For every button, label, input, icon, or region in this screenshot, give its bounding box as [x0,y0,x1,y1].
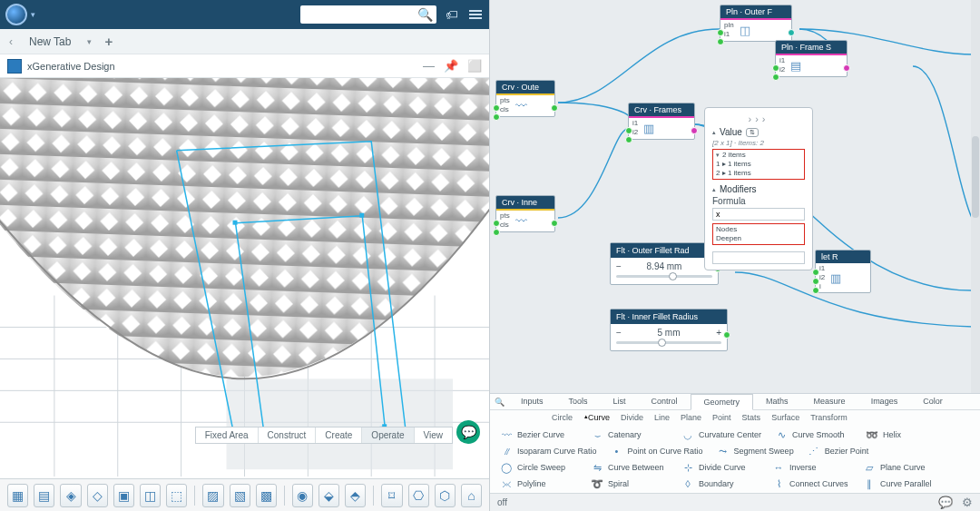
tool-icon-3[interactable]: ◈ [60,484,81,507]
subtab-plane[interactable]: Plane [681,413,701,422]
cmd-connect-curves[interactable]: ⌇Connect Curves [771,477,849,490]
chat-icon[interactable]: 💬 [456,420,480,444]
app-logo-icon[interactable] [5,4,27,25]
cmd-catenary[interactable]: ⌣Catenary [590,428,668,441]
tab-measure[interactable]: Measure [801,394,858,409]
tab-dropdown-icon[interactable]: ▾ [87,37,92,46]
subtab-circle[interactable]: Circle [552,413,573,422]
tool-icon-12[interactable]: ⬙ [318,484,339,507]
tab-inputs[interactable]: Inputs [508,394,556,409]
cmd-spiral[interactable]: ➰Spiral [590,477,668,490]
tab-control[interactable]: Control [639,394,691,409]
tool-icon-9[interactable]: ▧ [230,484,250,507]
ribbon-search-icon[interactable]: 🔍 [490,394,508,409]
tab-operate[interactable]: Operate [362,427,414,443]
cmd-point-on-curve-ratio[interactable]: •Point on Curve Ratio [610,445,703,457]
cmd-circle-sweep[interactable]: ◯Circle Sweep [499,461,577,474]
tool-icon-4[interactable]: ◇ [87,484,108,507]
3d-viewport[interactable]: Fixed Area Construct Create Operate View… [0,78,489,478]
tab-add-button[interactable]: + [104,34,113,49]
slider[interactable] [611,341,727,350]
tab-fixed-area[interactable]: Fixed Area [196,427,259,443]
link-icon[interactable]: ⇅ [746,128,759,137]
chevron-down-icon[interactable]: ▾ [31,10,35,19]
tool-icon-1[interactable]: ▦ [7,484,28,507]
node-crv-frames[interactable]: Crv · Frames i1i2▥ [628,103,695,140]
tab-color[interactable]: Color [910,394,956,409]
subtab-line[interactable]: Line [654,413,670,422]
plus-button[interactable]: + [716,328,721,338]
cmd-polyline[interactable]: ⩙Polyline [499,477,577,490]
tool-icon-7[interactable]: ⬚ [166,484,187,507]
cmd-bezier-point[interactable]: ⋰Bezier Point [807,445,885,457]
tool-icon-13[interactable]: ⬘ [345,484,366,507]
tab-create[interactable]: Create [316,427,362,443]
node-header: Crv · Oute [496,81,554,95]
tab-list[interactable]: List [601,394,639,409]
node-crv-inner[interactable]: Crv · Inne ptscls〰 [495,195,555,232]
minus-button[interactable]: − [616,261,622,271]
search-input[interactable] [304,9,417,21]
formula-input[interactable] [712,208,805,221]
tool-icon-2[interactable]: ▤ [34,484,54,507]
tab-images[interactable]: Images [858,394,911,409]
cmd-plane-curve[interactable]: ▱Plane Curve [862,461,940,474]
cmd-curvature-center[interactable]: ◡Curvature Center [681,428,761,441]
tool-icon-17[interactable]: ⌂ [461,484,482,507]
maximize-icon[interactable]: ⬜ [467,59,482,73]
tool-icon-6[interactable]: ◫ [140,484,161,507]
chevron-left-icon[interactable]: ‹ [9,35,13,48]
gear-icon[interactable]: ⚙ [962,496,973,509]
minus-button[interactable]: − [616,328,622,338]
tool-icon-14[interactable]: ⌑ [381,484,402,507]
app-topbar: ▾ 🔍 🏷 [0,0,489,29]
subtab-divide[interactable]: Divide [621,413,643,422]
cmd-bezier-curve[interactable]: 〰Bezier Curve [499,428,577,441]
node-pln-outer[interactable]: Pln · Outer F plni1◫ [720,5,792,42]
subtab-surface[interactable]: Surface [771,413,799,422]
tab-geometry[interactable]: Geometry [691,394,754,410]
node-pln-frame[interactable]: Pln · Frame S i1i2▤ [775,40,848,77]
drag-handle-icon[interactable]: ››› [712,113,805,124]
node-graph[interactable]: Pln · Outer F plni1◫ Pln · Frame S i1i2▤… [490,0,980,393]
tab-view[interactable]: View [415,427,453,443]
node-flt-inner[interactable]: Flt · Inner Fillet Radius −5 mm+ [610,309,728,351]
search-icon[interactable]: 🔍 [417,6,433,23]
tag-icon[interactable]: 🏷 [444,6,460,23]
cmd-divide-curve[interactable]: ⊹Divide Curve [681,461,759,474]
minimize-icon[interactable]: — [423,59,435,73]
cmd-segment-sweep[interactable]: ⤳Segment Sweep [716,445,794,457]
cmd-curve-between[interactable]: ⇋Curve Between [590,461,668,474]
value-panel[interactable]: ››› ▴Value⇅ [2 x 1] · Items: 2 ▾2 items … [704,107,813,270]
global-search[interactable]: 🔍 [300,5,436,24]
tool-icon-15[interactable]: ⎔ [408,484,429,507]
subtab-transform[interactable]: Transform [810,413,848,422]
tool-icon-8[interactable]: ▨ [202,484,223,507]
pin-icon[interactable]: 📌 [444,59,458,73]
subtab-stats[interactable]: Stats [742,413,761,422]
node-let-r[interactable]: let R i1i2i▥ [815,250,871,293]
tab-tools[interactable]: Tools [556,394,601,409]
tool-icon-10[interactable]: ▩ [256,484,277,507]
cmd-boundary[interactable]: ◊Boundary [681,477,759,490]
slider[interactable] [611,275,718,284]
tool-icon-16[interactable]: ⬡ [435,484,456,507]
subtab-point[interactable]: Point [712,413,731,422]
cmd-helix[interactable]: ➿Helix [865,428,943,441]
tool-icon-5[interactable]: ▣ [113,484,134,507]
tool-icon-11[interactable]: ◉ [292,484,313,507]
tab-strip: ‹ New Tab ▾ + [0,29,489,54]
node-flt-outer[interactable]: Flt · Outer Fillet Rad −8.94 mm+ [610,242,719,285]
cmd-curve-smooth[interactable]: ∿Curve Smooth [774,428,852,441]
menu-icon[interactable] [467,6,484,23]
cmd-inverse[interactable]: ↔Inverse [771,461,849,474]
tab-maths[interactable]: Maths [753,394,801,409]
subtab-curve[interactable]: ▴Curve [583,413,610,422]
cmd-curve-parallel[interactable]: ∥Curve Parallel [862,477,940,490]
nodes-input[interactable] [712,251,805,264]
cmd-isoparam-curve-ratio[interactable]: ⫽Isoparam Curve Ratio [499,445,597,457]
tab-construct[interactable]: Construct [259,427,317,443]
node-crv-outer[interactable]: Crv · Oute ptscls〰 [495,80,555,117]
chat-icon[interactable]: 💬 [938,496,953,509]
tab-new[interactable]: New Tab [25,34,74,50]
